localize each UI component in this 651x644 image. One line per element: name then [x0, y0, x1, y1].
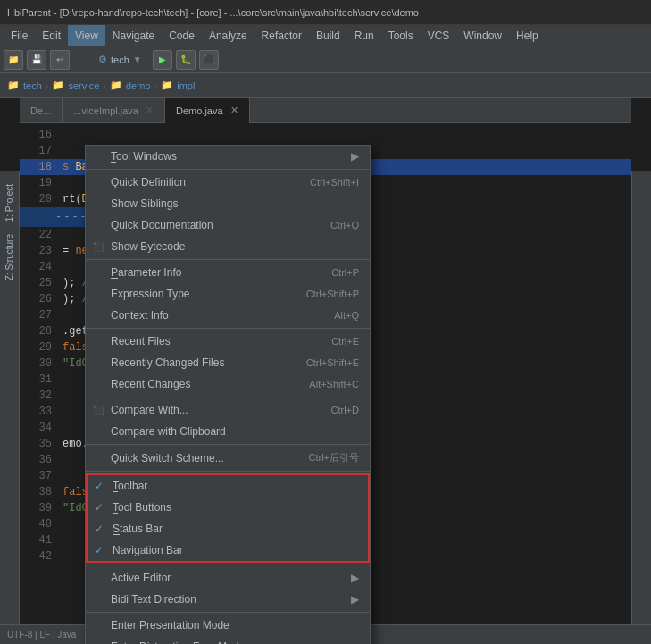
menu-edit[interactable]: Edit — [35, 25, 68, 46]
toolbar-btn-2[interactable]: 💾 — [27, 50, 46, 70]
nav-service[interactable]: service — [68, 80, 99, 91]
debug-btn[interactable]: 🐛 — [176, 50, 196, 70]
menu-label: Active Editor — [111, 572, 171, 584]
menu-navigate[interactable]: Navigate — [105, 25, 162, 46]
menu-item-quick-switch[interactable]: Quick Switch Scheme... Ctrl+后引号 — [86, 447, 370, 469]
menu-item-active-editor[interactable]: Active Editor ▶ — [86, 567, 370, 589]
menu-shortcut: Ctrl+后引号 — [308, 451, 359, 464]
check-nav-bar: ✓ — [95, 544, 104, 556]
menu-item-param-info[interactable]: Parameter Info Ctrl+P — [86, 262, 370, 283]
menu-item-status-bar[interactable]: ✓ Status Bar — [88, 518, 368, 539]
stop-btn[interactable]: ⬛ — [199, 50, 219, 70]
menu-separator-8 — [86, 612, 370, 613]
check-tool-buttons: ✓ — [95, 501, 104, 514]
title-bar: HbiParent - [D:\repo-hand\repo-tech\tech… — [0, 0, 651, 25]
menu-label: Parameter Info — [111, 266, 181, 279]
menu-vcs[interactable]: VCS — [421, 25, 457, 46]
toolbar-btn-1[interactable]: 📁 — [4, 50, 23, 70]
menu-item-presentation[interactable]: Enter Presentation Mode — [86, 615, 370, 636]
menu-separator-4 — [86, 397, 370, 397]
menu-shortcut: Ctrl+Shift+P — [306, 289, 359, 299]
editor-tabs: De... ...viceImpl.java ✕ Demo.java ✕ — [20, 98, 631, 123]
view-dropdown-menu: Tool Windows ▶ Quick Definition Ctrl+Shi… — [85, 145, 371, 644]
bytecode-icon: ⬛ — [91, 239, 105, 254]
menu-build[interactable]: Build — [309, 25, 347, 46]
menu-item-compare-with[interactable]: ⬛ Compare With... Ctrl+D — [86, 399, 370, 421]
menu-code[interactable]: Code — [162, 25, 202, 46]
nav-demo[interactable]: demo — [126, 80, 151, 91]
menu-shortcut: Ctrl+D — [331, 405, 359, 415]
run-btn[interactable]: ▶ — [153, 50, 172, 70]
toolbar-section: ✓ Toolbar ✓ Tool Buttons ✓ Status Bar ✓ … — [86, 473, 370, 563]
menu-label: Compare with Clipboard — [111, 425, 226, 438]
tab-demojava[interactable]: Demo.java ✕ — [165, 98, 250, 123]
menu-label: Show Siblings — [111, 197, 178, 210]
menu-label: Quick Documentation — [111, 219, 213, 231]
menu-tools[interactable]: Tools — [381, 25, 421, 46]
menu-shortcut: Ctrl+Q — [330, 220, 359, 230]
menu-label: Recent Changes — [111, 378, 190, 390]
menu-file[interactable]: File — [4, 25, 35, 46]
menu-shortcut: Alt+Q — [334, 310, 359, 321]
code-line-16: 16 — [20, 127, 631, 143]
submenu-arrow: ▶ — [351, 150, 359, 163]
menu-separator-2 — [86, 259, 370, 260]
menu-item-toolbar[interactable]: ✓ Toolbar — [88, 475, 368, 497]
nav-impl[interactable]: impl — [177, 80, 195, 91]
menu-item-recently-changed[interactable]: Recently Changed Files Ctrl+Shift+E — [86, 352, 370, 373]
tab-serviceimpl[interactable]: ...viceImpl.java ✕ — [63, 98, 165, 123]
menu-view[interactable]: View — [68, 25, 105, 46]
title-text: HbiParent - [D:\repo-hand\repo-tech\tech… — [7, 7, 419, 18]
compare-icon: ⬛ — [91, 403, 105, 417]
menu-label-tool-windows: Tool Windows — [111, 150, 177, 163]
sidebar-project[interactable]: 1: Project — [3, 179, 16, 227]
menu-shortcut: Ctrl+P — [331, 267, 359, 278]
menu-analyze[interactable]: Analyze — [202, 25, 255, 46]
menu-run[interactable]: Run — [347, 25, 381, 46]
menu-item-bidi[interactable]: Bidi Text Direction ▶ — [86, 589, 370, 610]
menu-item-tool-windows[interactable]: Tool Windows ▶ — [86, 146, 370, 167]
menu-separator-6 — [86, 471, 370, 472]
menu-separator-3 — [86, 328, 370, 329]
nav-bar: 📁 tech › 📁 service › 📁 demo › 📁 impl — [0, 73, 651, 98]
menu-label: Context Info — [111, 309, 169, 322]
submenu-arrow-bidi: ▶ — [351, 593, 359, 606]
menu-shortcut: Ctrl+Shift+E — [306, 357, 359, 368]
menu-item-recent-changes[interactable]: Recent Changes Alt+Shift+C — [86, 373, 370, 395]
menu-shortcut: Ctrl+E — [331, 336, 359, 347]
toolbar: 📁 💾 ↩ ⚙ tech ▼ ▶ 🐛 ⬛ — [0, 46, 651, 73]
toolbar-btn-3[interactable]: ↩ — [50, 50, 70, 70]
menu-bar: File Edit View Navigate Code Analyze Ref… — [0, 25, 651, 46]
menu-separator-5 — [86, 444, 370, 445]
menu-label: Enter Distraction Free Mode — [111, 640, 245, 644]
menu-item-context-info[interactable]: Context Info Alt+Q — [86, 305, 370, 326]
menu-item-compare-clipboard[interactable]: Compare with Clipboard — [86, 421, 370, 442]
menu-window[interactable]: Window — [456, 25, 509, 46]
menu-label: Toolbar — [113, 480, 147, 492]
right-sidebar — [631, 171, 651, 624]
menu-label: Recently Changed Files — [111, 356, 224, 369]
menu-label: Bidi Text Direction — [111, 593, 196, 606]
menu-item-show-siblings[interactable]: Show Siblings — [86, 193, 370, 214]
submenu-arrow-editor: ▶ — [351, 572, 359, 584]
menu-item-tool-buttons[interactable]: ✓ Tool Buttons — [88, 497, 368, 518]
menu-item-navigation-bar[interactable]: ✓ Navigation Bar — [88, 539, 368, 561]
menu-refactor[interactable]: Refactor — [255, 25, 309, 46]
menu-item-show-bytecode[interactable]: ⬛ Show Bytecode — [86, 236, 370, 257]
status-text: UTF-8 | LF | Java — [7, 630, 76, 640]
menu-item-quick-doc[interactable]: Quick Documentation Ctrl+Q — [86, 214, 370, 236]
sidebar-structure[interactable]: Z: Structure — [3, 229, 16, 286]
menu-shortcut: Ctrl+Shift+I — [310, 177, 359, 188]
menu-separator-7 — [86, 565, 370, 565]
menu-label: Navigation Bar — [113, 544, 183, 556]
menu-label: Expression Type — [111, 288, 190, 300]
left-sidebar: 1: Project Z: Structure — [0, 171, 20, 624]
menu-item-distraction-free[interactable]: Enter Distraction Free Mode — [86, 636, 370, 644]
nav-tech[interactable]: tech — [23, 80, 42, 91]
menu-item-expr-type[interactable]: Expression Type Ctrl+Shift+P — [86, 283, 370, 305]
menu-item-recent-files[interactable]: Recent Files Ctrl+E — [86, 330, 370, 352]
tab-de[interactable]: De... — [20, 98, 63, 123]
menu-item-quick-definition[interactable]: Quick Definition Ctrl+Shift+I — [86, 171, 370, 193]
menu-help[interactable]: Help — [509, 25, 546, 46]
menu-label: Show Bytecode — [111, 240, 185, 253]
